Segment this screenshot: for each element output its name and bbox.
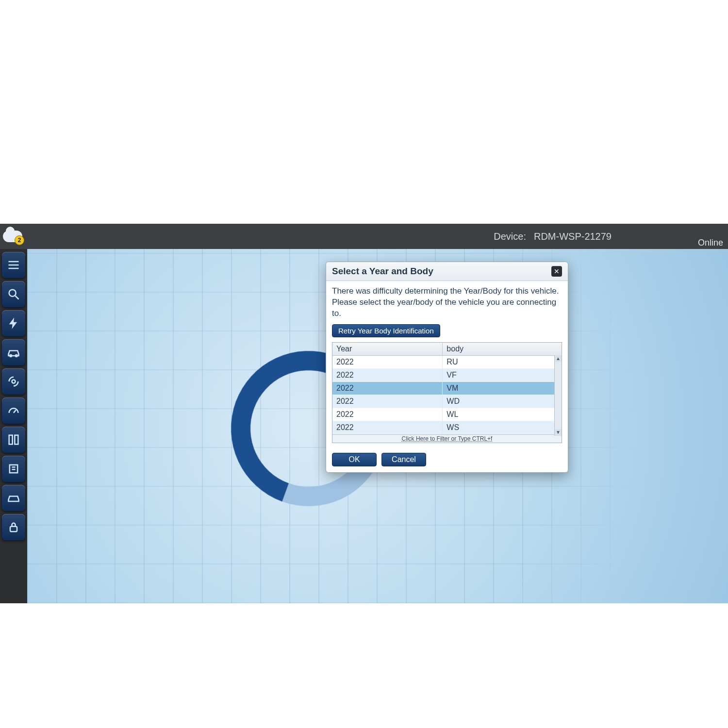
dialog-message: There was difficulty determining the Yea…	[332, 286, 562, 319]
status-bar: Online	[698, 236, 728, 249]
retry-identification-button[interactable]: Retry Year Body Identification	[332, 324, 440, 337]
cell-year: 2022	[332, 356, 443, 368]
table-row[interactable]: 2022WS	[332, 421, 562, 434]
sidebar-menu-button[interactable]	[2, 252, 25, 278]
svg-rect-7	[10, 527, 17, 532]
workspace-background: Select a Year and Body ✕ There was diffi…	[27, 249, 728, 603]
svg-point-3	[12, 380, 16, 383]
sidebar-vehicle-config-button[interactable]	[2, 456, 25, 482]
lock-icon	[7, 520, 20, 534]
cloud-icon: 2	[3, 230, 22, 243]
car-search-icon	[7, 287, 20, 301]
sidebar	[0, 249, 31, 603]
columns-icon	[7, 433, 20, 447]
grid-header: Year body	[332, 343, 562, 356]
dialog-close-button[interactable]: ✕	[551, 266, 562, 277]
lightning-icon	[7, 316, 20, 330]
cell-year: 2022	[332, 421, 443, 434]
sidebar-lock-button[interactable]	[2, 514, 25, 540]
column-header-body[interactable]: body	[443, 343, 562, 355]
svg-point-1	[10, 355, 12, 357]
year-body-dialog: Select a Year and Body ✕ There was diffi…	[326, 262, 568, 473]
menu-icon	[7, 258, 20, 272]
dialog-title: Select a Year and Body	[332, 266, 433, 277]
building-icon	[7, 462, 20, 476]
table-row[interactable]: 2022VF	[332, 369, 562, 382]
sidebar-layout-button[interactable]	[2, 427, 25, 453]
cell-body: WL	[443, 408, 562, 421]
svg-point-0	[9, 290, 16, 297]
cell-body: WS	[443, 421, 562, 434]
top-bar: 2 Device: RDM-WSP-21279	[0, 224, 728, 249]
grid-scrollbar[interactable]: ▲ ▼	[554, 355, 562, 436]
table-row[interactable]: 2022WL	[332, 408, 562, 421]
sidebar-systems-scan-button[interactable]	[2, 368, 25, 395]
cell-body: VM	[443, 382, 562, 395]
dialog-body: There was difficulty determining the Yea…	[326, 281, 568, 449]
cell-year: 2022	[332, 382, 443, 395]
year-body-grid: Year body 2022RU2022VF2022VM2022WD2022WL…	[332, 342, 562, 443]
table-row[interactable]: 2022WD	[332, 395, 562, 408]
svg-rect-4	[9, 435, 13, 445]
close-icon: ✕	[554, 267, 560, 275]
cell-body: RU	[443, 356, 562, 368]
device-value: RDM-WSP-21279	[534, 231, 612, 242]
notification-badge: 2	[15, 235, 24, 245]
dialog-actions: OK Cancel	[326, 449, 568, 472]
sidebar-vehicle-search-button[interactable]	[2, 281, 25, 307]
table-row[interactable]: 2022VM	[332, 382, 562, 395]
svg-point-2	[16, 355, 17, 357]
grid-filter-hint[interactable]: Click Here to Filter or Type CTRL+f	[332, 434, 562, 443]
radar-icon	[7, 375, 20, 388]
dialog-header: Select a Year and Body ✕	[326, 262, 568, 281]
cell-year: 2022	[332, 369, 443, 381]
sidebar-gauge-button[interactable]	[2, 397, 25, 424]
cell-year: 2022	[332, 395, 443, 408]
blank-region-top	[0, 0, 728, 224]
grid-rows: 2022RU2022VF2022VM2022WD2022WL2022WS	[332, 356, 562, 434]
sidebar-vehicle-view-button[interactable]	[2, 339, 25, 365]
cloud-notification-icon[interactable]: 2	[1, 225, 24, 248]
online-status: Online	[698, 238, 723, 248]
ok-button[interactable]: OK	[332, 453, 377, 466]
scroll-down-icon[interactable]: ▼	[555, 429, 562, 436]
cell-body: VF	[443, 369, 562, 381]
scroll-up-icon[interactable]: ▲	[555, 355, 562, 362]
cell-year: 2022	[332, 408, 443, 421]
sidebar-diag2-button[interactable]	[2, 485, 25, 511]
cell-body: WD	[443, 395, 562, 408]
column-header-year[interactable]: Year	[332, 343, 443, 355]
gauge-icon	[7, 404, 20, 417]
app-shell: 2 Device: RDM-WSP-21279 Online	[0, 224, 728, 603]
car2-icon	[7, 491, 20, 505]
car-icon	[7, 346, 20, 359]
svg-rect-5	[15, 435, 18, 445]
sidebar-flash-button[interactable]	[2, 310, 25, 336]
cancel-button[interactable]: Cancel	[381, 453, 426, 466]
table-row[interactable]: 2022RU	[332, 356, 562, 369]
device-label: Device:	[494, 231, 526, 242]
